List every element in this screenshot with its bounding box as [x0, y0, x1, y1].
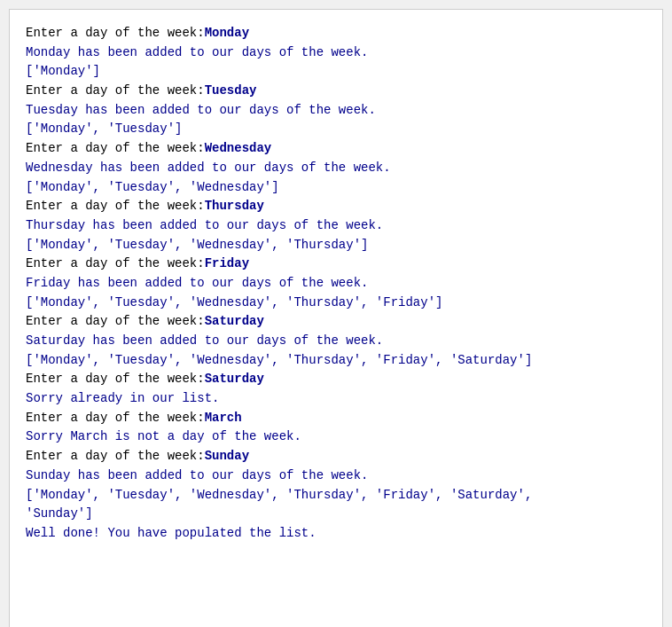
- prompt-text: Enter a day of the week:: [26, 449, 205, 463]
- input-value: March: [205, 411, 242, 425]
- prompt-text: Enter a day of the week:: [26, 199, 205, 213]
- output-line: Tuesday has been added to our days of th…: [26, 101, 646, 121]
- output-line: ['Monday', 'Tuesday', 'Wednesday']: [26, 178, 646, 198]
- terminal-line: Enter a day of the week:Thursday: [26, 197, 646, 216]
- output-line: Sorry March is not a day of the week.: [26, 427, 646, 447]
- terminal-line: Enter a day of the week:Monday: [26, 24, 646, 43]
- prompt-text: Enter a day of the week:: [26, 83, 205, 98]
- prompt-text: Enter a day of the week:: [26, 314, 205, 328]
- prompt-text: Enter a day of the week:: [26, 256, 205, 270]
- input-value: Saturday: [205, 314, 264, 328]
- terminal-line: Enter a day of the week:Saturday: [26, 312, 646, 332]
- output-line: ['Monday', 'Tuesday', 'Wednesday', 'Thur…: [26, 486, 646, 506]
- prompt-text: Enter a day of the week:: [26, 372, 205, 386]
- input-value: Tuesday: [205, 83, 257, 98]
- output-line: Saturday has been added to our days of t…: [26, 332, 646, 351]
- input-value: Friday: [205, 256, 249, 270]
- output-line: Wednesday has been added to our days of …: [26, 159, 646, 178]
- input-value: Wednesday: [205, 141, 272, 155]
- prompt-text: Enter a day of the week:: [26, 26, 205, 40]
- terminal-line: Enter a day of the week:Saturday: [26, 370, 646, 389]
- input-value: Thursday: [205, 199, 264, 213]
- prompt-text: Enter a day of the week:: [26, 141, 205, 155]
- output-line: ['Monday', 'Tuesday', 'Wednesday', 'Thur…: [26, 294, 646, 313]
- terminal-line: Enter a day of the week:Friday: [26, 255, 646, 274]
- output-line: ['Monday', 'Tuesday']: [26, 120, 646, 139]
- output-line: Friday has been added to our days of the…: [26, 274, 646, 294]
- input-value: Saturday: [205, 372, 264, 386]
- output-line: Monday has been added to our days of the…: [26, 43, 646, 63]
- terminal-line: Enter a day of the week:March: [26, 409, 646, 428]
- output-line: Well done! You have populated the list.: [26, 524, 646, 544]
- terminal-line: Enter a day of the week:Tuesday: [26, 82, 646, 101]
- prompt-text: Enter a day of the week:: [26, 411, 205, 425]
- output-line: ['Monday']: [26, 62, 646, 82]
- terminal-line: Enter a day of the week:Sunday: [26, 447, 646, 466]
- output-line: Sorry already in our list.: [26, 389, 646, 409]
- input-value: Sunday: [205, 449, 249, 463]
- output-line: ['Monday', 'Tuesday', 'Wednesday', 'Thur…: [26, 351, 646, 371]
- output-line: 'Sunday']: [26, 505, 646, 524]
- output-line: Sunday has been added to our days of the…: [26, 466, 646, 486]
- terminal-line: Enter a day of the week:Wednesday: [26, 139, 646, 159]
- input-value: Monday: [205, 26, 249, 40]
- output-line: Thursday has been added to our days of t…: [26, 216, 646, 236]
- output-line: ['Monday', 'Tuesday', 'Wednesday', 'Thur…: [26, 236, 646, 255]
- terminal-window: Enter a day of the week:MondayMonday has…: [9, 9, 663, 627]
